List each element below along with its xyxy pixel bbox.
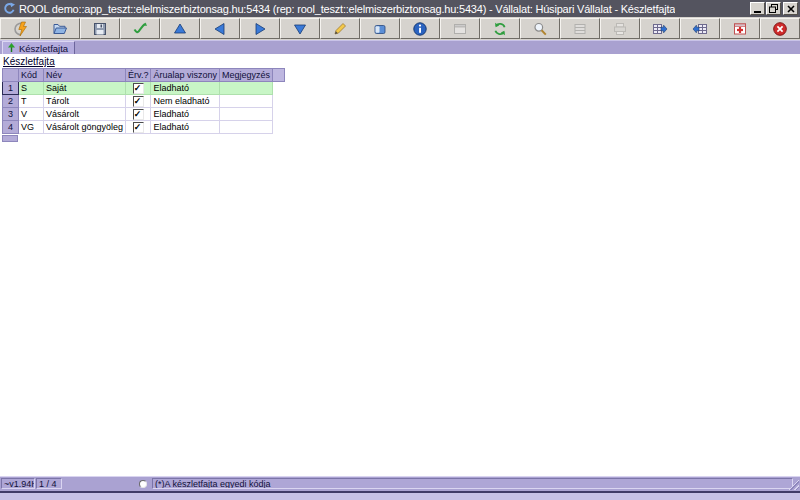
cell-erv bbox=[126, 108, 151, 121]
grid-row: 2 T Tárolt Nem eladható bbox=[3, 95, 285, 108]
print-icon bbox=[612, 21, 628, 37]
content-area: Készletfajta Kód Név Érv.? Árualap viszo… bbox=[0, 54, 800, 477]
nav-right-button[interactable] bbox=[240, 18, 280, 39]
window-title: ROOL demo::app_teszt::elelmiszerbiztonsa… bbox=[19, 3, 675, 15]
cell-megjegyzes[interactable] bbox=[219, 121, 272, 134]
list-button[interactable] bbox=[560, 18, 600, 39]
cell-kod[interactable]: VG bbox=[19, 121, 44, 134]
info-button[interactable] bbox=[400, 18, 440, 39]
grid-row: 1 S Saját Eladható bbox=[3, 82, 285, 95]
row-selector-header bbox=[3, 69, 19, 82]
cell-kod[interactable]: V bbox=[19, 108, 44, 121]
new-window-button[interactable] bbox=[720, 18, 760, 39]
close-icon bbox=[787, 5, 795, 13]
cell-megjegyzes[interactable] bbox=[219, 82, 272, 95]
column-header-megjegyzes[interactable]: Megjegyzés bbox=[219, 69, 272, 82]
checkbox[interactable] bbox=[133, 96, 144, 107]
column-header-nev[interactable]: Név bbox=[44, 69, 126, 82]
cell-arualap[interactable]: Eladható bbox=[151, 108, 220, 121]
minimize-button[interactable] bbox=[750, 2, 765, 15]
cell-megjegyzes[interactable] bbox=[219, 108, 272, 121]
eraser-icon bbox=[372, 21, 388, 37]
clear-button[interactable] bbox=[360, 18, 400, 39]
grid-header-row: Kód Név Érv.? Árualap viszony Megjegyzés bbox=[3, 69, 285, 82]
new-window-icon bbox=[732, 21, 748, 37]
open-button[interactable] bbox=[40, 18, 80, 39]
cell-erv bbox=[126, 95, 151, 108]
window-icon bbox=[452, 21, 468, 37]
tab-strip: Készletfajta bbox=[0, 40, 800, 54]
info-icon bbox=[412, 21, 428, 37]
bolt-button[interactable] bbox=[0, 18, 40, 39]
checkbox[interactable] bbox=[133, 109, 144, 120]
search-icon bbox=[532, 21, 548, 37]
row-number[interactable]: 3 bbox=[3, 108, 19, 121]
restore-button[interactable] bbox=[766, 2, 781, 15]
table-import-icon bbox=[692, 21, 708, 37]
section-label: Készletfajta bbox=[3, 56, 55, 67]
checkbox[interactable] bbox=[133, 122, 144, 133]
nav-down-button[interactable] bbox=[280, 18, 320, 39]
rotate-arrow-icon[interactable] bbox=[3, 2, 16, 15]
version-label: ~v1.94H bbox=[1, 478, 35, 489]
cell-nev[interactable]: Tárolt bbox=[44, 95, 126, 108]
checkbox[interactable] bbox=[133, 83, 144, 94]
save-button[interactable] bbox=[80, 18, 120, 39]
status-hint: (*)A készletfajta egyedi kódja bbox=[152, 478, 793, 489]
search-button[interactable] bbox=[520, 18, 560, 39]
minimize-icon bbox=[754, 11, 761, 13]
accept-button[interactable] bbox=[120, 18, 160, 39]
cell-arualap[interactable]: Eladható bbox=[151, 121, 220, 134]
row-number[interactable]: 4 bbox=[3, 121, 19, 134]
cell-kod[interactable]: T bbox=[19, 95, 44, 108]
refresh-button[interactable] bbox=[480, 18, 520, 39]
window-button[interactable] bbox=[440, 18, 480, 39]
cell-nev[interactable]: Vásárolt bbox=[44, 108, 126, 121]
arrow-right-icon bbox=[252, 21, 268, 37]
bolt-icon bbox=[12, 21, 28, 37]
exit-button[interactable] bbox=[760, 18, 800, 39]
column-header-erv[interactable]: Érv.? bbox=[126, 69, 151, 82]
cell-nev[interactable]: Saját bbox=[44, 82, 126, 95]
grid-row: 3 V Vásárolt Eladható bbox=[3, 108, 285, 121]
row-number[interactable]: 2 bbox=[3, 95, 19, 108]
cell-arualap[interactable]: Nem eladható bbox=[151, 95, 220, 108]
cell-arualap[interactable]: Eladható bbox=[151, 82, 220, 95]
cell-kod[interactable]: S bbox=[19, 82, 44, 95]
row-number[interactable]: 1 bbox=[3, 82, 19, 95]
cell-megjegyzes[interactable] bbox=[219, 95, 272, 108]
status-bar: ~v1.94H 1 / 4 (*)A készletfajta egyedi k… bbox=[0, 476, 800, 491]
nav-left-button[interactable] bbox=[200, 18, 240, 39]
restore-icon bbox=[769, 4, 778, 13]
tab-keszletfajta[interactable]: Készletfajta bbox=[2, 41, 75, 54]
status-radio[interactable] bbox=[139, 480, 147, 488]
desktop-strip bbox=[0, 493, 800, 500]
list-icon bbox=[572, 21, 588, 37]
export-button[interactable] bbox=[640, 18, 680, 39]
titlebar: ROOL demo::app_teszt::elelmiszerbiztonsa… bbox=[0, 0, 800, 17]
cell-erv bbox=[126, 121, 151, 134]
column-header-stub bbox=[272, 69, 284, 82]
new-row-stub[interactable] bbox=[2, 135, 18, 142]
folder-open-icon bbox=[52, 21, 68, 37]
edit-button[interactable] bbox=[320, 18, 360, 39]
save-icon bbox=[92, 21, 108, 37]
close-button[interactable] bbox=[783, 2, 798, 15]
cell-erv bbox=[126, 82, 151, 95]
toolbar bbox=[0, 17, 800, 40]
column-header-arualap[interactable]: Árualap viszony bbox=[151, 69, 220, 82]
record-position: 1 / 4 bbox=[36, 478, 62, 489]
import-button[interactable] bbox=[680, 18, 720, 39]
column-header-kod[interactable]: Kód bbox=[19, 69, 44, 82]
arrow-up-icon bbox=[172, 21, 188, 37]
plant-icon bbox=[7, 43, 16, 53]
refresh-icon bbox=[492, 21, 508, 37]
accept-icon bbox=[132, 21, 148, 37]
grid: Kód Név Érv.? Árualap viszony Megjegyzés… bbox=[2, 68, 285, 134]
table-export-icon bbox=[652, 21, 668, 37]
grid-row: 4 VG Vásárolt göngyöleg Eladható bbox=[3, 121, 285, 134]
print-button[interactable] bbox=[600, 18, 640, 39]
cell-nev[interactable]: Vásárolt göngyöleg bbox=[44, 121, 126, 134]
app-window: ROOL demo::app_teszt::elelmiszerbiztonsa… bbox=[0, 0, 800, 493]
nav-up-button[interactable] bbox=[160, 18, 200, 39]
